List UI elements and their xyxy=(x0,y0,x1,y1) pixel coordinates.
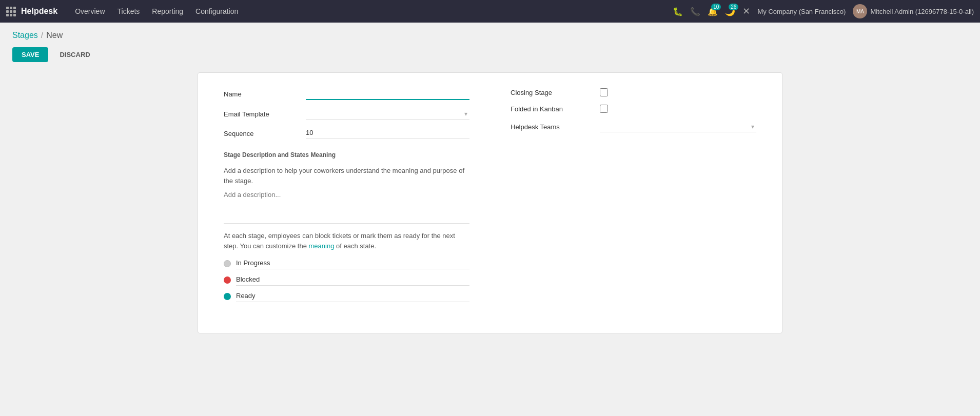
description-textarea[interactable] xyxy=(224,191,469,211)
description-hint: Add a description to help your coworkers… xyxy=(224,166,469,186)
form-grid: Name Email Template ▾ Sequence xyxy=(224,88,756,307)
helpdesk-teams-select-wrap: ▾ xyxy=(600,121,756,132)
breadcrumb-current: New xyxy=(46,31,63,40)
topnav: Helpdesk Overview Tickets Reporting Conf… xyxy=(0,0,980,23)
close-icon[interactable]: ✕ xyxy=(742,6,750,17)
user-name: Mitchell Admin (12696778-15-0-all) xyxy=(870,8,974,15)
section-title: Stage Description and States Meaning xyxy=(224,151,469,159)
messages-badge: 26 xyxy=(729,4,738,10)
topnav-menu: Overview Tickets Reporting Configuration xyxy=(70,5,673,17)
closing-stage-label: Closing Stage xyxy=(511,89,593,96)
email-template-field-row: Email Template ▾ xyxy=(224,108,469,120)
closing-stage-field-row: Closing Stage xyxy=(511,88,756,96)
email-template-select-wrap: ▾ xyxy=(306,108,469,120)
grid-icon[interactable] xyxy=(6,7,16,16)
breadcrumb: Stages / New xyxy=(12,31,968,40)
divider xyxy=(224,223,469,224)
name-label: Name xyxy=(224,90,306,98)
action-bar: SAVE DISCARD xyxy=(12,47,968,62)
email-template-label: Email Template xyxy=(224,110,306,118)
notifications-badge: 10 xyxy=(711,4,721,10)
company-name: My Company (San Francisco) xyxy=(757,8,846,15)
topnav-right: 🐛 📞 🔔 10 🌙 26 ✕ My Company (San Francisc… xyxy=(673,4,974,18)
in-progress-input[interactable] xyxy=(236,258,469,269)
app-brand[interactable]: Helpdesk xyxy=(21,7,57,16)
helpdesk-teams-select[interactable] xyxy=(600,121,756,132)
ready-input[interactable] xyxy=(236,291,469,302)
states-hint-part2: of each state. xyxy=(336,242,376,250)
discard-button[interactable]: DISCARD xyxy=(53,47,96,62)
avatar: MA xyxy=(853,4,867,18)
closing-stage-checkbox[interactable] xyxy=(600,88,608,96)
user-avatar-area[interactable]: MA Mitchell Admin (12696778-15-0-all) xyxy=(853,4,974,18)
folded-in-kanban-field-row: Folded in Kanban xyxy=(511,105,756,113)
blocked-dot xyxy=(224,276,231,284)
name-field-row: Name xyxy=(224,88,469,100)
state-row-ready xyxy=(224,291,469,302)
states-hint-link[interactable]: meaning xyxy=(309,242,335,250)
email-template-select[interactable] xyxy=(306,108,469,120)
breadcrumb-separator: / xyxy=(41,31,43,40)
blocked-input[interactable] xyxy=(236,274,469,286)
folded-in-kanban-checkbox[interactable] xyxy=(600,105,608,113)
sequence-field-row: Sequence xyxy=(224,128,469,139)
helpdesk-teams-label: Helpdesk Teams xyxy=(511,123,593,131)
nav-overview[interactable]: Overview xyxy=(70,5,110,17)
phone-icon[interactable]: 📞 xyxy=(690,7,700,16)
right-column: Closing Stage Folded in Kanban Helpdesk … xyxy=(511,88,756,307)
sequence-input[interactable] xyxy=(306,128,469,139)
state-row-in-progress xyxy=(224,258,469,269)
states-hint: At each stage, employees can block ticke… xyxy=(224,231,469,251)
save-button[interactable]: SAVE xyxy=(12,47,48,62)
name-input[interactable] xyxy=(306,88,469,100)
nav-configuration[interactable]: Configuration xyxy=(190,5,243,17)
notifications-icon[interactable]: 🔔 10 xyxy=(708,7,718,16)
form-card: Name Email Template ▾ Sequence xyxy=(198,72,782,333)
folded-in-kanban-label: Folded in Kanban xyxy=(511,105,593,113)
helpdesk-teams-field-row: Helpdesk Teams ▾ xyxy=(511,121,756,132)
messages-icon[interactable]: 🌙 26 xyxy=(725,7,735,16)
left-column: Name Email Template ▾ Sequence xyxy=(224,88,469,307)
nav-tickets[interactable]: Tickets xyxy=(112,5,145,17)
sequence-label: Sequence xyxy=(224,130,306,137)
breadcrumb-parent[interactable]: Stages xyxy=(12,31,38,40)
state-row-blocked xyxy=(224,274,469,286)
bug-icon[interactable]: 🐛 xyxy=(673,7,683,16)
nav-reporting[interactable]: Reporting xyxy=(147,5,188,17)
ready-dot xyxy=(224,293,231,300)
in-progress-dot xyxy=(224,260,231,267)
